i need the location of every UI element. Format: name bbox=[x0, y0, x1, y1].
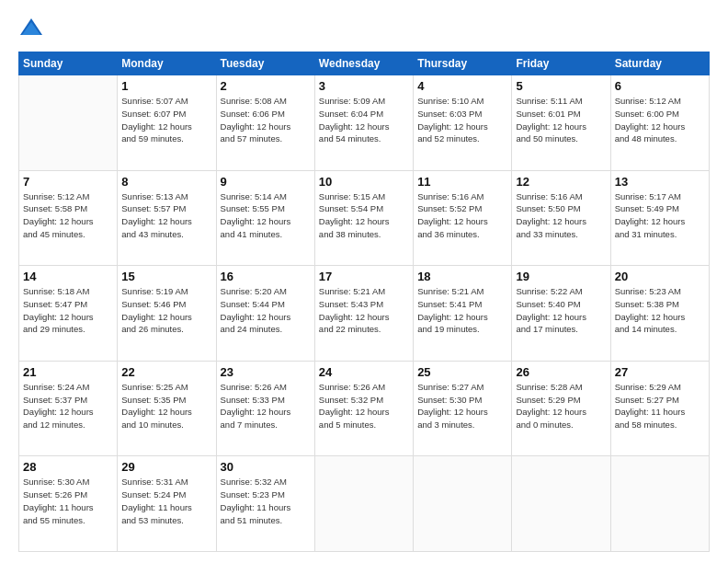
day-number: 2 bbox=[221, 79, 311, 93]
calendar-header-saturday: Saturday bbox=[610, 52, 709, 75]
day-info: Sunrise: 5:12 AM Sunset: 5:58 PM Dayligh… bbox=[23, 190, 113, 241]
day-info: Sunrise: 5:26 AM Sunset: 5:32 PM Dayligh… bbox=[319, 381, 409, 431]
calendar-cell: 23Sunrise: 5:26 AM Sunset: 5:33 PM Dayli… bbox=[216, 361, 314, 456]
calendar-cell: 17Sunrise: 5:21 AM Sunset: 5:43 PM Dayli… bbox=[314, 266, 413, 362]
calendar-cell bbox=[512, 456, 610, 552]
day-info: Sunrise: 5:28 AM Sunset: 5:29 PM Dayligh… bbox=[516, 381, 606, 431]
day-info: Sunrise: 5:09 AM Sunset: 6:04 PM Dayligh… bbox=[319, 95, 409, 145]
day-number: 22 bbox=[121, 365, 211, 379]
day-info: Sunrise: 5:23 AM Sunset: 5:38 PM Dayligh… bbox=[615, 285, 705, 336]
calendar-cell: 20Sunrise: 5:23 AM Sunset: 5:38 PM Dayli… bbox=[610, 266, 709, 362]
day-info: Sunrise: 5:07 AM Sunset: 6:07 PM Dayligh… bbox=[121, 95, 211, 145]
day-number: 9 bbox=[221, 175, 311, 189]
calendar-cell: 15Sunrise: 5:19 AM Sunset: 5:46 PM Dayli… bbox=[118, 266, 216, 362]
day-info: Sunrise: 5:08 AM Sunset: 6:06 PM Dayligh… bbox=[221, 95, 311, 145]
day-number: 30 bbox=[221, 460, 311, 474]
day-info: Sunrise: 5:14 AM Sunset: 5:55 PM Dayligh… bbox=[221, 190, 311, 241]
calendar-cell: 18Sunrise: 5:21 AM Sunset: 5:41 PM Dayli… bbox=[414, 266, 512, 362]
day-info: Sunrise: 5:16 AM Sunset: 5:50 PM Dayligh… bbox=[516, 190, 606, 241]
calendar-cell: 28Sunrise: 5:30 AM Sunset: 5:26 PM Dayli… bbox=[19, 456, 118, 552]
calendar-cell: 11Sunrise: 5:16 AM Sunset: 5:52 PM Dayli… bbox=[414, 170, 512, 266]
calendar-cell: 30Sunrise: 5:32 AM Sunset: 5:23 PM Dayli… bbox=[216, 456, 314, 552]
day-info: Sunrise: 5:22 AM Sunset: 5:40 PM Dayligh… bbox=[516, 285, 606, 336]
day-info: Sunrise: 5:11 AM Sunset: 6:01 PM Dayligh… bbox=[516, 95, 606, 145]
day-number: 23 bbox=[221, 365, 311, 379]
day-info: Sunrise: 5:20 AM Sunset: 5:44 PM Dayligh… bbox=[221, 285, 311, 336]
calendar-cell: 6Sunrise: 5:12 AM Sunset: 6:00 PM Daylig… bbox=[610, 75, 709, 171]
calendar-cell bbox=[610, 456, 709, 552]
calendar-table: SundayMondayTuesdayWednesdayThursdayFrid… bbox=[18, 52, 710, 552]
calendar-header-wednesday: Wednesday bbox=[314, 52, 413, 75]
calendar-cell: 12Sunrise: 5:16 AM Sunset: 5:50 PM Dayli… bbox=[512, 170, 610, 266]
calendar-week-row: 1Sunrise: 5:07 AM Sunset: 6:07 PM Daylig… bbox=[19, 75, 710, 171]
day-number: 4 bbox=[417, 79, 507, 93]
calendar-cell: 29Sunrise: 5:31 AM Sunset: 5:24 PM Dayli… bbox=[118, 456, 216, 552]
day-info: Sunrise: 5:21 AM Sunset: 5:41 PM Dayligh… bbox=[417, 285, 507, 336]
day-info: Sunrise: 5:27 AM Sunset: 5:30 PM Dayligh… bbox=[417, 381, 507, 431]
page: SundayMondayTuesdayWednesdayThursdayFrid… bbox=[0, 0, 728, 563]
calendar-cell: 1Sunrise: 5:07 AM Sunset: 6:07 PM Daylig… bbox=[118, 75, 216, 171]
day-number: 27 bbox=[615, 365, 705, 379]
calendar-cell: 19Sunrise: 5:22 AM Sunset: 5:40 PM Dayli… bbox=[512, 266, 610, 362]
day-number: 25 bbox=[417, 365, 507, 379]
calendar-header-tuesday: Tuesday bbox=[216, 52, 314, 75]
day-number: 3 bbox=[319, 79, 409, 93]
day-info: Sunrise: 5:17 AM Sunset: 5:49 PM Dayligh… bbox=[615, 190, 705, 241]
calendar-header-friday: Friday bbox=[512, 52, 610, 75]
logo bbox=[18, 17, 48, 42]
calendar-header-thursday: Thursday bbox=[414, 52, 512, 75]
day-number: 5 bbox=[516, 79, 606, 93]
calendar-week-row: 28Sunrise: 5:30 AM Sunset: 5:26 PM Dayli… bbox=[19, 456, 710, 552]
calendar-cell: 4Sunrise: 5:10 AM Sunset: 6:03 PM Daylig… bbox=[414, 75, 512, 171]
day-number: 16 bbox=[221, 270, 311, 283]
calendar-cell bbox=[414, 456, 512, 552]
header bbox=[18, 17, 710, 42]
calendar-cell bbox=[19, 75, 118, 171]
calendar-cell: 24Sunrise: 5:26 AM Sunset: 5:32 PM Dayli… bbox=[314, 361, 413, 456]
day-number: 10 bbox=[319, 175, 409, 189]
day-info: Sunrise: 5:30 AM Sunset: 5:26 PM Dayligh… bbox=[23, 476, 113, 526]
calendar-cell: 27Sunrise: 5:29 AM Sunset: 5:27 PM Dayli… bbox=[610, 361, 709, 456]
calendar-week-row: 14Sunrise: 5:18 AM Sunset: 5:47 PM Dayli… bbox=[19, 266, 710, 362]
calendar-cell bbox=[314, 456, 413, 552]
calendar-header-row: SundayMondayTuesdayWednesdayThursdayFrid… bbox=[19, 52, 710, 75]
day-number: 13 bbox=[615, 175, 705, 189]
day-number: 12 bbox=[516, 175, 606, 189]
day-number: 6 bbox=[615, 79, 705, 93]
calendar-cell: 26Sunrise: 5:28 AM Sunset: 5:29 PM Dayli… bbox=[512, 361, 610, 456]
day-number: 8 bbox=[121, 175, 211, 189]
day-number: 28 bbox=[23, 460, 113, 474]
day-number: 18 bbox=[417, 270, 507, 283]
calendar-cell: 14Sunrise: 5:18 AM Sunset: 5:47 PM Dayli… bbox=[19, 266, 118, 362]
calendar-cell: 3Sunrise: 5:09 AM Sunset: 6:04 PM Daylig… bbox=[314, 75, 413, 171]
day-info: Sunrise: 5:29 AM Sunset: 5:27 PM Dayligh… bbox=[615, 381, 705, 431]
calendar-cell: 8Sunrise: 5:13 AM Sunset: 5:57 PM Daylig… bbox=[118, 170, 216, 266]
day-info: Sunrise: 5:12 AM Sunset: 6:00 PM Dayligh… bbox=[615, 95, 705, 145]
day-number: 15 bbox=[121, 270, 211, 283]
day-info: Sunrise: 5:18 AM Sunset: 5:47 PM Dayligh… bbox=[23, 285, 113, 336]
day-number: 19 bbox=[516, 270, 606, 283]
day-number: 29 bbox=[121, 460, 211, 474]
day-number: 17 bbox=[319, 270, 409, 283]
calendar-week-row: 21Sunrise: 5:24 AM Sunset: 5:37 PM Dayli… bbox=[19, 361, 710, 456]
day-info: Sunrise: 5:13 AM Sunset: 5:57 PM Dayligh… bbox=[121, 190, 211, 241]
day-info: Sunrise: 5:25 AM Sunset: 5:35 PM Dayligh… bbox=[121, 381, 211, 431]
day-info: Sunrise: 5:24 AM Sunset: 5:37 PM Dayligh… bbox=[23, 381, 113, 431]
day-number: 26 bbox=[516, 365, 606, 379]
calendar-cell: 13Sunrise: 5:17 AM Sunset: 5:49 PM Dayli… bbox=[610, 170, 709, 266]
day-number: 11 bbox=[417, 175, 507, 189]
calendar-cell: 5Sunrise: 5:11 AM Sunset: 6:01 PM Daylig… bbox=[512, 75, 610, 171]
calendar-cell: 25Sunrise: 5:27 AM Sunset: 5:30 PM Dayli… bbox=[414, 361, 512, 456]
day-info: Sunrise: 5:32 AM Sunset: 5:23 PM Dayligh… bbox=[221, 476, 311, 526]
day-info: Sunrise: 5:10 AM Sunset: 6:03 PM Dayligh… bbox=[417, 95, 507, 145]
day-number: 14 bbox=[23, 270, 113, 283]
calendar-cell: 21Sunrise: 5:24 AM Sunset: 5:37 PM Dayli… bbox=[19, 361, 118, 456]
calendar-cell: 22Sunrise: 5:25 AM Sunset: 5:35 PM Dayli… bbox=[118, 361, 216, 456]
calendar-header-sunday: Sunday bbox=[19, 52, 118, 75]
calendar-cell: 2Sunrise: 5:08 AM Sunset: 6:06 PM Daylig… bbox=[216, 75, 314, 171]
calendar-header-monday: Monday bbox=[118, 52, 216, 75]
calendar-cell: 10Sunrise: 5:15 AM Sunset: 5:54 PM Dayli… bbox=[314, 170, 413, 266]
day-info: Sunrise: 5:16 AM Sunset: 5:52 PM Dayligh… bbox=[417, 190, 507, 241]
day-info: Sunrise: 5:15 AM Sunset: 5:54 PM Dayligh… bbox=[319, 190, 409, 241]
day-number: 1 bbox=[121, 79, 211, 93]
